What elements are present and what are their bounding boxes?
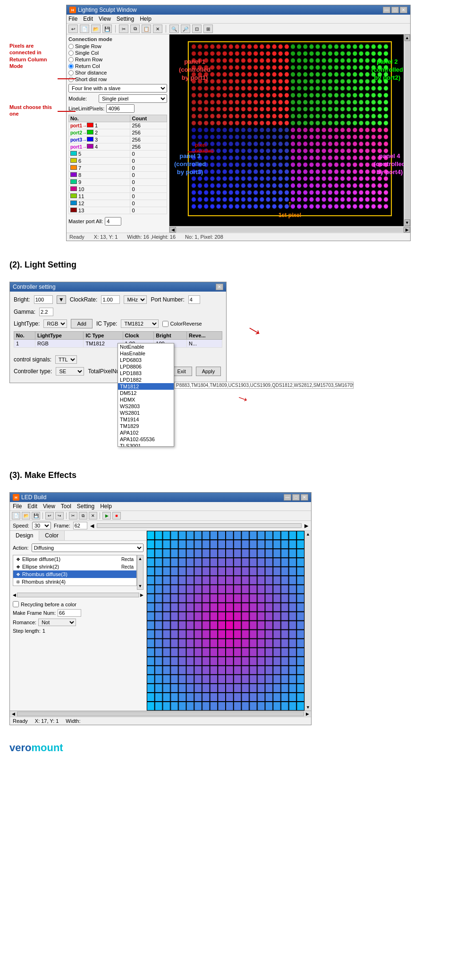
maximize-button[interactable]: □ <box>391 7 399 13</box>
radio-shor-distance[interactable]: Shor distance <box>68 70 167 75</box>
effect-item-2[interactable]: ❖ Ellipse shrink(2) Recta <box>13 563 136 570</box>
ic-item-lpd6803[interactable]: LPD6803 <box>118 357 174 363</box>
romance-select[interactable]: Not <box>38 619 76 626</box>
clock-unit-select[interactable]: MHz <box>124 295 147 304</box>
lb-new-btn[interactable]: 📄 <box>12 512 20 519</box>
ic-type-select[interactable]: TM1812 <box>121 319 159 328</box>
minimize-button[interactable]: — <box>383 7 390 13</box>
ic-item-apa102-65536[interactable]: APA102-65536 <box>118 436 174 443</box>
ic-item-tm1914[interactable]: TM1914 <box>118 416 174 423</box>
lb-scroll-up[interactable]: ▲ <box>305 531 311 537</box>
effect-item-3[interactable]: ❖ Rhombus diffuse(3) <box>13 570 136 578</box>
port-num-input[interactable] <box>188 295 200 304</box>
close-button[interactable]: ✕ <box>400 7 407 13</box>
control-signals-select[interactable]: TTL <box>55 355 77 364</box>
recycling-checkbox[interactable] <box>13 601 19 607</box>
ic-item-lpd8806[interactable]: LPD8806 <box>118 363 174 370</box>
ic-item-lpd1882[interactable]: LPD1882 <box>118 377 174 383</box>
ic-item-apa102[interactable]: APA102 <box>118 429 174 436</box>
lb-maximize-button[interactable]: □ <box>292 494 300 501</box>
radio-short-dist-row[interactable]: Short dist row <box>68 76 167 82</box>
tab-color[interactable]: Color <box>39 531 65 540</box>
lb-hscroll-right[interactable]: ▶ <box>305 712 310 716</box>
new-button[interactable]: 📄 <box>80 25 89 33</box>
menu-file[interactable]: File <box>68 16 77 22</box>
ic-item-hasenable[interactable]: HasEnable <box>118 350 174 357</box>
radio-return-col[interactable]: Return Col <box>68 63 167 69</box>
zoom-out-button[interactable]: 🔎 <box>181 25 190 33</box>
lb-play-btn[interactable]: ▶ <box>102 512 111 519</box>
lb-menu-view[interactable]: View <box>43 503 55 510</box>
make-frame-input[interactable] <box>58 609 81 617</box>
ic-item-hdmx[interactable]: HDMX <box>118 396 174 403</box>
delete-button[interactable]: ✕ <box>153 25 162 33</box>
save-button[interactable]: 💾 <box>102 25 112 33</box>
hscroll-left[interactable]: ◀ <box>13 593 16 597</box>
lb-horizontal-scrollbar[interactable]: ◀ ▶ <box>10 711 311 717</box>
apply-button[interactable]: Apply <box>196 367 221 376</box>
dialog-close-button[interactable]: ✕ <box>216 284 223 290</box>
ic-item-tls3001[interactable]: TLS3001 <box>118 443 174 447</box>
horizontal-scrollbar[interactable]: ◀ ▶ <box>169 226 410 233</box>
effect-scroll-up[interactable]: ▲ <box>137 555 143 562</box>
ic-item-tm1829[interactable]: TM1829 <box>118 423 174 429</box>
menu-edit[interactable]: Edit <box>83 16 93 22</box>
grid-button[interactable]: ⊞ <box>203 25 213 33</box>
ic-item-ws2803[interactable]: WS2803 <box>118 403 174 410</box>
exit-button[interactable]: Exit <box>171 367 192 376</box>
lb-scroll-down[interactable]: ▼ <box>305 704 311 711</box>
scroll-left-button[interactable]: ◀ <box>169 227 176 233</box>
effect-item-4[interactable]: ❊ Rhombus shrink(4) <box>13 578 136 586</box>
paste-button[interactable]: 📋 <box>142 25 151 33</box>
menu-help[interactable]: Help <box>140 16 152 22</box>
zoom-in-button[interactable]: 🔍 <box>169 25 179 33</box>
lb-copy-btn[interactable]: ⧉ <box>79 512 87 519</box>
frame-arrow-left[interactable]: ◀ <box>90 523 94 529</box>
hscroll-track[interactable] <box>17 593 139 597</box>
menu-view[interactable]: View <box>99 16 111 22</box>
copy-button[interactable]: ⧉ <box>130 25 140 33</box>
cut-button[interactable]: ✂ <box>119 25 128 33</box>
gamma-input[interactable] <box>39 308 53 316</box>
lb-stop-btn[interactable]: ■ <box>112 512 121 519</box>
scroll-down-button[interactable]: ▼ <box>405 219 410 226</box>
color-reverse-check[interactable]: ColorReverse <box>162 321 202 327</box>
undo-button[interactable]: ↩ <box>68 25 78 33</box>
lb-close-button[interactable]: ✕ <box>301 494 308 501</box>
fit-button[interactable]: ⊡ <box>192 25 202 33</box>
ic-item-dm512[interactable]: DM512 <box>118 390 174 396</box>
tab-design[interactable]: Design <box>10 531 39 541</box>
vertical-scrollbar[interactable]: ▲ ▼ <box>404 34 410 226</box>
lb-minimize-button[interactable]: — <box>284 494 291 501</box>
radio-single-col[interactable]: Single Col <box>68 50 167 56</box>
lb-menu-setting[interactable]: Setting <box>77 503 94 510</box>
line-limit-input[interactable] <box>106 104 135 113</box>
effect-item-1[interactable]: ❖ Ellipse diffuse(1) Recta <box>13 555 136 563</box>
ic-item-ws2801[interactable]: WS2801 <box>118 410 174 416</box>
slave-select[interactable]: Four line with a slave <box>68 84 167 92</box>
ic-item-notenable[interactable]: NotEnable <box>118 343 174 350</box>
effect-scrollbar[interactable]: ▲ ▼ <box>137 555 143 590</box>
frame-input[interactable] <box>73 522 87 529</box>
frame-scrollbar[interactable] <box>97 523 302 528</box>
lb-redo-btn[interactable]: ↪ <box>55 512 64 519</box>
menu-setting[interactable]: Setting <box>117 16 134 22</box>
frame-arrow-right[interactable]: ▶ <box>304 523 308 529</box>
add-button[interactable]: Add <box>71 319 93 328</box>
ic-item-lpd1883[interactable]: LPD1883 <box>118 370 174 377</box>
hscroll-right[interactable]: ▶ <box>140 593 143 597</box>
light-type-select[interactable]: RGB <box>43 319 67 328</box>
clock-input[interactable] <box>101 295 120 304</box>
speed-select[interactable]: 30 <box>32 522 51 529</box>
radio-return-row[interactable]: Return Row <box>68 57 167 62</box>
radio-single-row[interactable]: Single Row <box>68 43 167 49</box>
lb-menu-file[interactable]: File <box>13 503 22 510</box>
module-select[interactable]: Single pixel <box>99 94 167 103</box>
lb-save-btn[interactable]: 💾 <box>32 512 40 519</box>
bright-input[interactable] <box>34 295 53 304</box>
color-reverse-checkbox[interactable] <box>162 321 169 327</box>
lb-menu-edit[interactable]: Edit <box>27 503 37 510</box>
effect-scroll-down[interactable]: ▼ <box>137 583 143 589</box>
lb-open-btn[interactable]: 📂 <box>22 512 30 519</box>
lb-menu-help[interactable]: Help <box>100 503 112 510</box>
